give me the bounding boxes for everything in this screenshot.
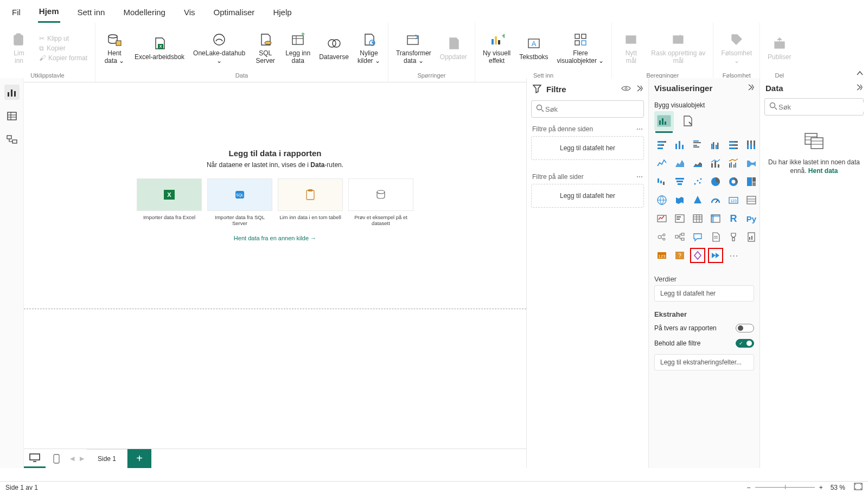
cross-report-toggle[interactable] (736, 324, 754, 332)
paginated-report-icon[interactable] (744, 229, 759, 245)
desktop-layout-button[interactable] (24, 449, 46, 468)
power-apps-icon[interactable]: 123 (654, 248, 669, 263)
get-data-button[interactable]: Hent data ⌄ (101, 30, 128, 66)
tab-vis[interactable]: Vis (183, 5, 196, 22)
drill-drop[interactable]: Legg til ekstraheringsfelter... (654, 354, 754, 370)
kpi-icon[interactable] (654, 211, 669, 226)
slicer-icon[interactable] (672, 211, 687, 226)
stacked-column-100-icon[interactable] (744, 137, 759, 152)
zoom-in-button[interactable]: + (819, 484, 823, 491)
table-view-button[interactable] (4, 108, 20, 124)
report-view-button[interactable] (4, 85, 20, 100)
line-chart-icon[interactable] (654, 156, 669, 171)
keep-filters-toggle[interactable]: ✓ (736, 339, 754, 348)
treemap-icon[interactable] (744, 174, 759, 189)
custom-visual-diamond-icon[interactable] (690, 248, 705, 263)
stacked-bar-icon[interactable] (654, 137, 669, 152)
tab-optimaliser[interactable]: Optimaliser (213, 5, 256, 22)
fit-to-page-button[interactable] (854, 483, 863, 492)
data-search-input[interactable] (777, 103, 868, 112)
tab-hjelp[interactable]: Hjelp (272, 5, 292, 22)
transform-data-button[interactable]: Transformer data ⌄ (394, 30, 433, 66)
onelake-button[interactable]: OneLake-datahub ⌄ (191, 30, 247, 66)
textbox-button[interactable]: A Tekstboks (517, 34, 550, 62)
data-search[interactable] (764, 98, 864, 116)
recent-sources-button[interactable]: Nylige kilder ⌄ (355, 30, 382, 66)
stacked-area-icon[interactable] (690, 156, 705, 171)
qa-visual-icon[interactable] (690, 229, 705, 245)
filters-all-pages-drop[interactable]: Legg til datafelt her (531, 184, 644, 208)
paste-table-card[interactable] (278, 178, 343, 211)
import-sql-card[interactable]: SQL (207, 178, 272, 211)
zoom-out-button[interactable]: − (747, 484, 751, 491)
report-canvas[interactable]: Legg til data i rapporten Når dataene er… (24, 78, 526, 449)
eye-icon[interactable] (621, 85, 631, 94)
tab-sett-inn[interactable]: Sett inn (76, 5, 106, 22)
decomposition-tree-icon[interactable] (672, 229, 687, 245)
scatter-icon[interactable] (690, 174, 705, 189)
map-icon[interactable] (654, 193, 669, 208)
zoom-slider[interactable] (755, 487, 815, 488)
pie-icon[interactable] (708, 174, 723, 189)
collapse-pane-icon[interactable] (746, 84, 754, 93)
area-chart-icon[interactable] (672, 156, 687, 171)
more-visuals-button[interactable]: Flere visualobjekter ⌄ (555, 30, 607, 66)
svg-rect-57 (664, 141, 666, 143)
excel-button[interactable]: X Excel-arbeidsbok (132, 34, 187, 62)
clustered-bar-icon[interactable] (690, 137, 705, 152)
ribbon-chart-icon[interactable] (744, 156, 759, 171)
card-icon[interactable]: 123 (726, 193, 741, 208)
filters-this-page-drop[interactable]: Legg til datafelt her (531, 136, 644, 160)
waterfall-icon[interactable] (654, 174, 669, 189)
page-prev-button[interactable]: ◀ (67, 449, 77, 468)
r-visual-icon[interactable]: R (726, 211, 741, 226)
ribbon-collapse-button[interactable] (856, 69, 864, 79)
sample-dataset-card[interactable] (348, 178, 413, 211)
more-visuals-icon[interactable]: ⋯ (726, 248, 741, 263)
more-icon[interactable]: ⋯ (636, 125, 643, 133)
enter-data-button[interactable]: + Legg inn data (283, 30, 312, 66)
filters-search-input[interactable] (544, 105, 639, 114)
azure-map-icon[interactable] (690, 193, 705, 208)
python-visual-icon[interactable]: Py (744, 211, 759, 226)
new-visual-button[interactable]: + Ny visuell effekt (481, 30, 513, 66)
table-icon[interactable] (690, 211, 705, 226)
values-drop[interactable]: Legg til datafelt her (654, 285, 754, 302)
filled-map-icon[interactable] (672, 193, 687, 208)
line-column-icon[interactable] (708, 156, 723, 171)
collapse-pane-icon[interactable] (635, 85, 643, 94)
page-tab-1[interactable]: Side 1 (87, 449, 127, 468)
tab-fil[interactable]: Fil (11, 5, 22, 22)
import-excel-card[interactable]: X (137, 178, 202, 211)
stacked-column-icon[interactable] (672, 137, 687, 152)
mobile-layout-button[interactable] (46, 449, 67, 468)
clustered-column-icon[interactable] (708, 137, 723, 152)
collapse-pane-icon[interactable] (855, 84, 863, 93)
donut-icon[interactable] (726, 174, 741, 189)
svg-rect-133 (681, 238, 684, 240)
get-data-link[interactable]: Hent data (808, 167, 838, 175)
smart-narrative-icon[interactable] (708, 229, 723, 245)
build-visual-tab[interactable] (654, 111, 674, 131)
funnel-icon[interactable] (672, 174, 687, 189)
multirow-card-icon[interactable] (744, 193, 759, 208)
custom-visual-flow-icon[interactable] (708, 248, 723, 263)
sql-server-button[interactable]: SQL Server (252, 30, 279, 66)
key-influencers-icon[interactable] (654, 229, 669, 245)
goals-icon[interactable] (726, 229, 741, 245)
format-visual-tab[interactable] (678, 111, 698, 131)
stacked-bar-100-icon[interactable] (726, 137, 741, 152)
page-next-button[interactable]: ▶ (77, 449, 87, 468)
gauge-icon[interactable] (708, 193, 723, 208)
dataverse-button[interactable]: Dataverse (317, 34, 351, 62)
model-view-button[interactable] (4, 132, 20, 148)
add-page-button[interactable]: + (127, 449, 151, 468)
power-automate-icon[interactable]: ? (672, 248, 687, 263)
get-data-other-link[interactable]: Hent data fra en annen kilde → (234, 235, 316, 241)
tab-modellering[interactable]: Modellering (122, 5, 167, 22)
filters-search[interactable] (531, 100, 644, 118)
matrix-icon[interactable] (708, 211, 723, 226)
line-clustered-column-icon[interactable] (726, 156, 741, 171)
tab-hjem[interactable]: Hjem (38, 4, 60, 23)
more-icon[interactable]: ⋯ (636, 173, 643, 181)
